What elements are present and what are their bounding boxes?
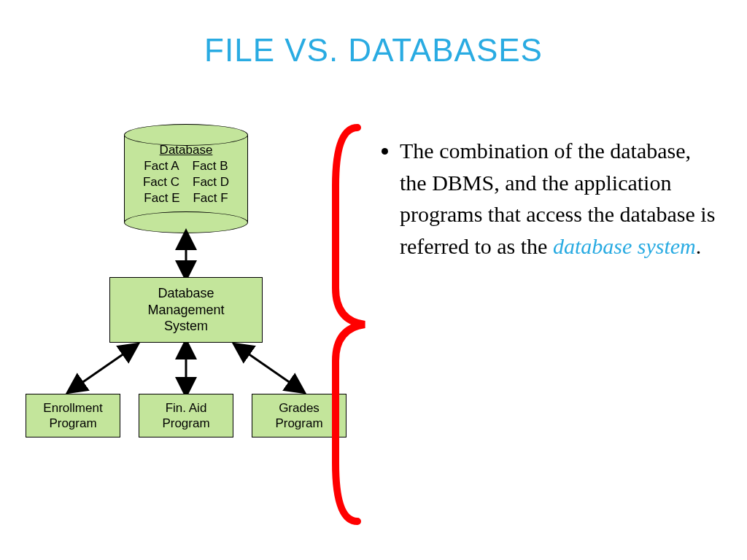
fact-c: Fact C [143, 174, 179, 190]
fact-e: Fact E [144, 190, 179, 206]
fact-d: Fact D [193, 174, 229, 190]
finaid-program-box: Fin. Aid Program [139, 394, 233, 438]
svg-line-1 [74, 349, 131, 388]
fact-a: Fact A [144, 158, 179, 174]
fact-f: Fact F [193, 190, 228, 206]
bullet-highlight: database system [553, 234, 696, 258]
db-label: Database [160, 143, 213, 157]
dbms-label: Database Management System [147, 285, 224, 335]
bullet-text: The combination of the database, the DBM… [379, 135, 722, 262]
fact-b: Fact B [193, 158, 228, 174]
program-label: Enrollment Program [43, 400, 102, 432]
brace-icon [328, 120, 372, 529]
enrollment-program-box: Enrollment Program [26, 394, 120, 438]
dbms-box: Database Management System [109, 277, 263, 343]
program-label: Grades Program [275, 400, 322, 432]
slide-title: FILE VS. DATABASES [0, 32, 747, 69]
bullet-post: . [696, 234, 702, 258]
program-label: Fin. Aid Program [162, 400, 209, 432]
database-diagram: Database Fact A Fact B Fact C Fact D Fac… [22, 124, 343, 474]
bullet-item: The combination of the database, the DBM… [400, 135, 722, 262]
cylinder-text: Database Fact A Fact B Fact C Fact D Fac… [124, 142, 248, 206]
svg-line-3 [241, 349, 298, 388]
